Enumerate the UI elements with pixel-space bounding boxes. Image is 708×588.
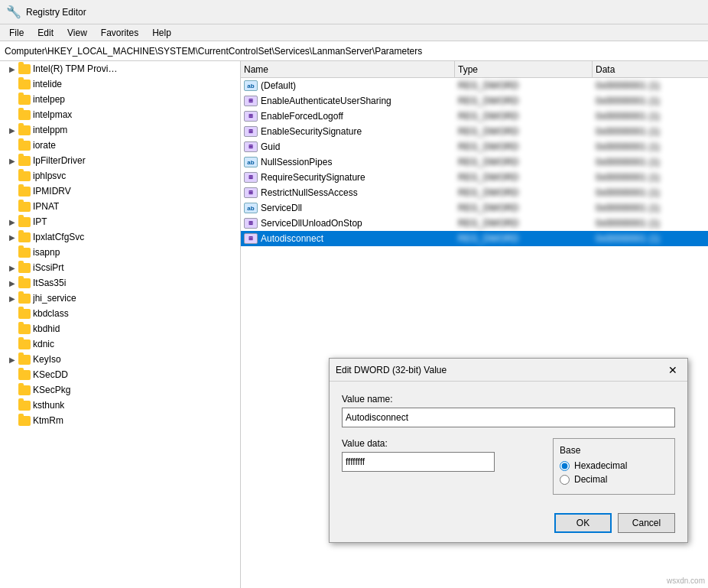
tree-item[interactable]: ▶IpFilterDriver — [0, 153, 240, 168]
tree-item[interactable]: ▶jhi_service — [0, 291, 240, 306]
folder-icon — [18, 217, 31, 227]
tree-item[interactable]: intelpep — [0, 92, 240, 107]
reg-value-name: EnableAuthenticateUserSharing — [261, 96, 391, 106]
value-name-input[interactable] — [342, 408, 675, 427]
radio-hex-label: Hexadecimal — [574, 460, 627, 471]
value-data-input[interactable] — [342, 452, 495, 472]
app-title: Registry Editor — [26, 7, 86, 18]
folder-icon — [18, 309, 31, 319]
tree-item-label: Intel(R) TPM Provi… — [33, 63, 117, 74]
registry-row[interactable]: ⊞EnableSecuritySignatureREG_DWORD0x00000… — [241, 124, 708, 139]
dialog-footer: OK Cancel — [330, 507, 687, 542]
tree-item[interactable]: iphlpsvc — [0, 168, 240, 184]
registry-row[interactable]: ⊞EnableAuthenticateUserSharingREG_DWORD0… — [241, 93, 708, 109]
tree-item[interactable]: KtmRm — [0, 413, 240, 428]
ok-button[interactable]: OK — [554, 513, 612, 533]
tree-arrow-icon: ▶ — [6, 65, 18, 73]
col-header-data: Data — [593, 61, 708, 77]
reg-cell-type: REG_DWORD — [455, 172, 593, 183]
cancel-button[interactable]: Cancel — [618, 513, 675, 533]
radio-decimal[interactable]: Decimal — [560, 474, 668, 485]
tree-item[interactable]: ▶IpxlatCfgSvc — [0, 229, 240, 245]
folder-icon — [18, 324, 31, 334]
tree-item[interactable]: ▶Intel(R) TPM Provi… — [0, 61, 240, 76]
reg-cell-name: abServiceDll — [241, 203, 455, 213]
tree-item-label: IPNAT — [33, 201, 59, 212]
tree-item[interactable]: intelpmax — [0, 107, 240, 122]
tree-item[interactable]: intelide — [0, 76, 240, 92]
tree-item[interactable]: IPNAT — [0, 199, 240, 214]
tree-item[interactable]: kbdhid — [0, 321, 240, 336]
base-label: Base — [560, 445, 668, 456]
reg-value-name: RequireSecuritySignature — [261, 172, 365, 183]
dialog-title: Edit DWORD (32-bit) Value — [336, 365, 447, 375]
tree-item[interactable]: ▶ItSas35i — [0, 275, 240, 291]
tree-arrow-icon: ▶ — [6, 233, 18, 242]
folder-icon — [18, 294, 31, 304]
tree-item[interactable]: iorate — [0, 138, 240, 153]
tree-item[interactable]: ksthunk — [0, 398, 240, 413]
registry-row[interactable]: abServiceDllREG_DWORD0x00000001 (1) — [241, 200, 708, 216]
reg-cell-data: 0x00000001 (1) — [593, 157, 708, 167]
reg-value-name: Guid — [261, 141, 280, 152]
radio-hexadecimal[interactable]: Hexadecimal — [560, 460, 668, 471]
dialog-left: Value data: — [342, 438, 537, 472]
reg-cell-type: REG_DWORD — [455, 96, 593, 106]
tree-item-label: iorate — [33, 140, 56, 151]
tree-item-label: iphlpsvc — [33, 171, 66, 181]
tree-item[interactable]: kbdclass — [0, 306, 240, 321]
registry-row[interactable]: ⊞EnableForcedLogoffREG_DWORD0x00000001 (… — [241, 109, 708, 124]
tree-item[interactable]: ▶KeyIso — [0, 352, 240, 367]
reg-cell-type: REG_DWORD — [455, 111, 593, 122]
tree-item-label: isapnp — [33, 247, 60, 258]
registry-row[interactable]: ⊞AutodisconnectREG_DWORD0x00000001 (1) — [241, 231, 708, 246]
registry-row[interactable]: abNullSessionPipesREG_DWORD0x00000001 (1… — [241, 154, 708, 170]
tree-item-label: kbdhid — [33, 323, 60, 334]
registry-row[interactable]: ⊞ServiceDllUnloadOnStopREG_DWORD0x000000… — [241, 216, 708, 231]
radio-hex-input[interactable] — [560, 461, 570, 471]
tree-item[interactable]: ▶IPT — [0, 214, 240, 229]
reg-icon-dword: ⊞ — [244, 111, 258, 122]
menu-view[interactable]: View — [61, 26, 93, 40]
reg-cell-data: 0x00000001 (1) — [593, 111, 708, 122]
registry-row[interactable]: ⊞RequireSecuritySignatureREG_DWORD0x0000… — [241, 170, 708, 185]
tree-item-label: jhi_service — [33, 293, 76, 304]
edit-dword-dialog[interactable]: Edit DWORD (32-bit) Value ✕ Value name: … — [329, 358, 688, 543]
menu-file[interactable]: File — [3, 26, 30, 40]
folder-icon — [18, 187, 31, 197]
folder-icon — [18, 370, 31, 380]
radio-dec-input[interactable] — [560, 475, 570, 485]
dialog-close-button[interactable]: ✕ — [664, 362, 681, 378]
tree-pane[interactable]: ▶Intel(R) TPM Provi…intelideintelpepinte… — [0, 61, 241, 588]
tree-item[interactable]: isapnp — [0, 245, 240, 260]
registry-row[interactable]: ⊞RestrictNullSessAccessREG_DWORD0x000000… — [241, 185, 708, 200]
tree-item[interactable]: IPMIDRV — [0, 184, 240, 199]
menu-favorites[interactable]: Favorites — [95, 26, 145, 40]
folder-icon — [18, 202, 31, 212]
reg-cell-name: abNullSessionPipes — [241, 157, 455, 167]
menu-bar: File Edit View Favorites Help — [0, 24, 708, 41]
menu-edit[interactable]: Edit — [31, 26, 60, 40]
reg-cell-type: REG_DWORD — [455, 126, 593, 137]
tree-item[interactable]: KSecDD — [0, 367, 240, 382]
tree-arrow-icon: ▶ — [6, 157, 18, 165]
tree-arrow-icon: ▶ — [6, 356, 18, 364]
reg-cell-type: REG_DWORD — [455, 141, 593, 152]
registry-row[interactable]: ab(Default)REG_DWORD0x00000001 (1) — [241, 78, 708, 93]
registry-row[interactable]: ⊞GuidREG_DWORD0x00000001 (1) — [241, 139, 708, 154]
menu-help[interactable]: Help — [146, 26, 177, 40]
dialog-data-row: Value data: Base Hexadecimal Decimal — [342, 438, 675, 495]
value-name-label: Value name: — [342, 394, 675, 404]
tree-item[interactable]: ▶iScsiPrt — [0, 260, 240, 275]
tree-item-label: kdnic — [33, 339, 54, 349]
reg-icon-dword: ⊞ — [244, 141, 258, 152]
folder-icon — [18, 232, 31, 242]
folder-icon — [18, 171, 31, 181]
tree-item-label: ItSas35i — [33, 278, 66, 288]
tree-item[interactable]: KSecPkg — [0, 382, 240, 398]
tree-item[interactable]: ▶intelppm — [0, 122, 240, 138]
col-header-type: Type — [455, 61, 593, 77]
reg-cell-name: ⊞Guid — [241, 141, 455, 152]
value-data-label: Value data: — [342, 438, 537, 449]
tree-item[interactable]: kdnic — [0, 336, 240, 352]
